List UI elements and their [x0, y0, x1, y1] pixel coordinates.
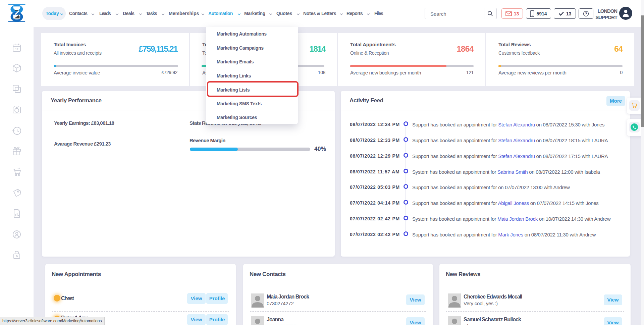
svg-text:12: 12 [15, 48, 18, 51]
